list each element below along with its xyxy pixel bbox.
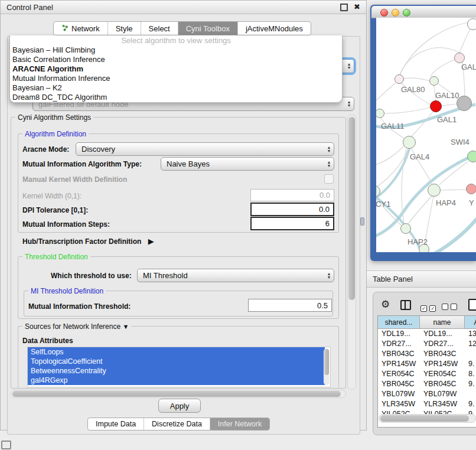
- panel-splitter-handle[interactable]: [360, 217, 364, 226]
- list-item[interactable]: TopologicalCoefficient: [28, 357, 325, 366]
- network-node[interactable]: [395, 74, 404, 84]
- column-header-clipped[interactable]: A: [465, 316, 476, 329]
- network-node[interactable]: [467, 18, 476, 30]
- mi-steps-value: 6: [325, 219, 330, 228]
- table-cell[interactable]: 9.: [465, 379, 474, 389]
- table-cell[interactable]: YDR27...: [420, 339, 454, 349]
- table-cell[interactable]: YDL19...: [420, 329, 452, 339]
- mi-steps-field[interactable]: 6: [250, 217, 334, 230]
- tab-cyni-toolbox[interactable]: Cyni Toolbox: [178, 22, 238, 35]
- hub-definition-label: Hub/Transcription Factor Definition: [22, 237, 141, 246]
- columns-icon[interactable]: [400, 300, 411, 310]
- dpi-tolerance-value: 0.0: [319, 205, 330, 214]
- network-node-selected[interactable]: [430, 100, 442, 112]
- algorithm-option-mutual-information[interactable]: Mutual Information Inference: [10, 74, 342, 83]
- mi-threshold-field[interactable]: 0.5: [248, 299, 332, 312]
- list-item[interactable]: gal4RGexp: [28, 376, 325, 385]
- tab-jactivemnodules[interactable]: jActiveMNodules: [238, 22, 311, 35]
- table-cell[interactable]: 9.: [465, 399, 474, 409]
- which-threshold-combo[interactable]: MI Threshold ▴▾: [137, 269, 334, 282]
- network-node[interactable]: [429, 76, 439, 86]
- table-cell[interactable]: YBR045C: [378, 379, 415, 389]
- float-panel-icon[interactable]: [340, 4, 348, 11]
- table-cell[interactable]: YBR045C: [420, 379, 457, 389]
- table-cell[interactable]: YBR043C: [420, 349, 457, 359]
- minimize-window-icon[interactable]: [392, 9, 399, 17]
- manual-kernel-width-checkbox[interactable]: [324, 174, 334, 184]
- close-window-icon[interactable]: [380, 9, 388, 17]
- gear-icon[interactable]: ⚙: [381, 298, 390, 311]
- hub-definition-expander[interactable]: Hub/Transcription Factor Definition ▶: [22, 237, 154, 246]
- tab-select[interactable]: Select: [141, 22, 178, 35]
- table-horizontal-scrollbar[interactable]: [379, 414, 476, 423]
- column-header-name[interactable]: name: [420, 316, 465, 329]
- mi-steps-label: Mutual Information Steps:: [22, 220, 110, 229]
- node-label: GAL80: [401, 85, 425, 94]
- table-cell[interactable]: YBL079W: [420, 389, 457, 399]
- manual-kernel-width-label: Manual Kernel Width Definition: [22, 175, 127, 184]
- aracne-mode-combo[interactable]: Discovery ▴▾: [76, 142, 334, 156]
- table-cell[interactable]: YPR145W: [378, 359, 416, 369]
- table-cell[interactable]: 12: [465, 339, 476, 349]
- attributes-vscroll-thumb[interactable]: [324, 349, 329, 375]
- tab-impute-data[interactable]: Impute Data: [88, 418, 144, 430]
- settings-vscroll-thumb[interactable]: [348, 117, 355, 300]
- dpi-tolerance-field[interactable]: 0.0: [250, 203, 334, 216]
- network-node[interactable]: [428, 184, 441, 197]
- algorithm-option-basic-correlation[interactable]: Basic Correlation Inference: [10, 55, 342, 64]
- expander-down-arrow-icon[interactable]: ▼: [122, 323, 129, 330]
- table-cell[interactable]: YER054C: [378, 369, 415, 379]
- algorithm-option-bayesian-hill-climbing[interactable]: Bayesian – Hill Climbing: [10, 45, 342, 55]
- tab-style[interactable]: Style: [108, 22, 141, 35]
- table-cell[interactable]: YPR145W: [420, 359, 458, 369]
- control-panel-titlebar: Control Panel ✖: [1, 1, 366, 14]
- table-cell[interactable]: YDR27...: [378, 339, 412, 349]
- attributes-vscroll[interactable]: [324, 348, 330, 385]
- tab-infer-network[interactable]: Infer Network: [210, 418, 269, 430]
- algorithm-option-bayesian-k2[interactable]: Bayesian – K2: [10, 83, 342, 93]
- network-node[interactable]: [466, 184, 476, 194]
- tab-style-label: Style: [116, 24, 133, 33]
- select-all-columns-icon[interactable]: ✓ ✓: [420, 302, 436, 312]
- zoom-window-icon[interactable]: [403, 9, 410, 17]
- apply-button[interactable]: Apply: [158, 399, 201, 413]
- settings-vertical-scrollbar[interactable]: [347, 115, 356, 390]
- collapsed-panel-icon[interactable]: [1, 441, 11, 449]
- close-panel-icon[interactable]: ✖: [354, 4, 360, 10]
- network-node[interactable]: [467, 151, 476, 162]
- table-cell[interactable]: 13: [465, 329, 476, 339]
- network-node[interactable]: [454, 53, 465, 63]
- mi-algorithm-type-combo[interactable]: Naive Bayes ▴▾: [161, 157, 334, 171]
- network-node[interactable]: [400, 223, 411, 234]
- table-cell[interactable]: [465, 389, 468, 399]
- which-threshold-label: Which threshold to use:: [51, 272, 132, 280]
- tab-impute-label: Impute Data: [96, 420, 136, 428]
- tab-network[interactable]: Network: [54, 22, 108, 35]
- list-item[interactable]: SelfLoops: [28, 347, 325, 357]
- algorithm-option-aracne[interactable]: ARACNE Algorithm: [10, 64, 342, 74]
- table-cell[interactable]: 9.: [465, 359, 474, 369]
- table-cell[interactable]: YBR043C: [378, 349, 415, 359]
- network-node[interactable]: [403, 136, 416, 149]
- table-cell[interactable]: YBL079W: [378, 389, 415, 399]
- settings-hscroll-thumb[interactable]: [12, 391, 341, 397]
- kernel-width-field[interactable]: 0.0: [250, 189, 334, 201]
- table-cell[interactable]: 8.: [465, 369, 474, 379]
- table-cell[interactable]: YLR345W: [420, 399, 457, 409]
- data-attributes-list[interactable]: SelfLoops TopologicalCoefficient Between…: [27, 347, 331, 387]
- node-table: shared... name A YDL19... YDL19... 13 YD…: [377, 315, 476, 428]
- new-table-icon[interactable]: [468, 299, 476, 311]
- network-canvas[interactable]: GAL GAL80 GAL10 GAL1 GAL11 GAL4 SWI4 GCY…: [376, 18, 476, 252]
- algorithm-option-dream8[interactable]: Dream8 DC_TDC Algorithm: [10, 93, 342, 102]
- aracne-mode-value: Discovery: [81, 145, 115, 154]
- tab-discretize-data[interactable]: Discretize Data: [144, 418, 210, 430]
- list-item[interactable]: BetweennessCentrality: [28, 366, 325, 376]
- table-hscroll-thumb[interactable]: [380, 415, 469, 422]
- column-header-shared-name[interactable]: shared...: [378, 316, 420, 329]
- table-cell[interactable]: [465, 349, 468, 359]
- table-cell[interactable]: YER054C: [420, 369, 457, 379]
- table-cell[interactable]: YLR345W: [378, 399, 415, 409]
- settings-horizontal-scrollbar[interactable]: [11, 390, 346, 398]
- table-cell[interactable]: YDL19...: [378, 329, 410, 339]
- deselect-all-columns-icon[interactable]: [442, 302, 457, 312]
